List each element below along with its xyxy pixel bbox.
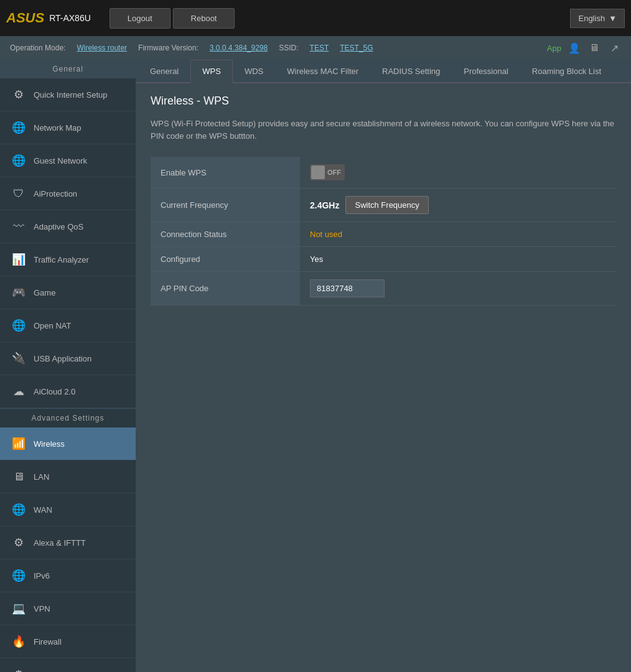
game-icon: 🎮 <box>10 284 27 301</box>
status-left: Operation Mode: Wireless router Firmware… <box>10 44 373 52</box>
page-description: WPS (Wi-Fi Protected Setup) provides eas… <box>151 118 616 142</box>
sidebar-item-adaptive-qos[interactable]: 〰 Adaptive QoS <box>0 210 136 243</box>
ap-pin-code-input[interactable] <box>310 279 385 297</box>
sidebar-item-label: Guest Network <box>34 156 87 166</box>
frequency-value: 2.4GHz <box>310 200 339 210</box>
current-frequency-label: Current Frequency <box>151 189 300 222</box>
advanced-settings-header: Advanced Settings <box>0 408 136 427</box>
connection-status-value: Not used <box>300 222 616 247</box>
status-bar: Operation Mode: Wireless router Firmware… <box>0 36 631 60</box>
ipv6-icon: 🌐 <box>10 567 27 584</box>
sidebar-item-firewall[interactable]: 🔥 Firewall <box>0 625 136 658</box>
tab-general[interactable]: General <box>138 60 190 83</box>
switch-frequency-button[interactable]: Switch Frequency <box>345 196 428 214</box>
sidebar-item-label: LAN <box>34 472 49 482</box>
current-frequency-control: 2.4GHz Switch Frequency <box>300 189 616 222</box>
enable-wps-row: Enable WPS OFF <box>151 157 616 189</box>
sidebar-item-game[interactable]: 🎮 Game <box>0 276 136 309</box>
aicloud-icon: ☁ <box>10 383 27 400</box>
sidebar-item-administration[interactable]: ⚙ Administration <box>0 658 136 672</box>
firmware-value[interactable]: 3.0.0.4.384_9298 <box>210 44 268 52</box>
sidebar-item-label: Adaptive QoS <box>34 222 83 231</box>
aiprotection-icon: 🛡 <box>10 185 27 202</box>
open-nat-icon: 🌐 <box>10 317 27 334</box>
sidebar-item-open-nat[interactable]: 🌐 Open NAT <box>0 309 136 342</box>
sidebar-item-network-map[interactable]: 🌐 Network Map <box>0 111 136 144</box>
sidebar-item-label: Traffic Analyzer <box>34 255 89 264</box>
sidebar-item-guest-network[interactable]: 🌐 Guest Network <box>0 144 136 177</box>
toggle-wrapper: OFF <box>310 164 606 180</box>
language-selector[interactable]: English ▼ <box>570 9 625 28</box>
page-title: Wireless - WPS <box>151 95 616 108</box>
sidebar-item-wireless[interactable]: 📶 Wireless <box>0 427 136 460</box>
tab-bar: General WPS WDS Wireless MAC Filter RADI… <box>136 60 631 83</box>
logout-button[interactable]: Logout <box>110 8 171 29</box>
sidebar-item-aiprotection[interactable]: 🛡 AiProtection <box>0 177 136 210</box>
app-label: App <box>547 44 561 53</box>
sidebar-item-alexa[interactable]: ⚙ Alexa & IFTTT <box>0 526 136 559</box>
sidebar-item-label: AiCloud 2.0 <box>34 387 75 396</box>
lan-icon: 🖥 <box>10 468 27 485</box>
sidebar-item-label: Quick Internet Setup <box>34 90 108 100</box>
vpn-icon: 💻 <box>10 600 27 617</box>
top-bar: ASUS RT-AX86U Logout Reboot English ▼ <box>0 0 631 36</box>
network-map-icon: 🌐 <box>10 119 27 136</box>
top-right: English ▼ <box>570 9 625 28</box>
operation-mode-value[interactable]: Wireless router <box>77 44 127 52</box>
ap-pin-code-control <box>300 272 616 306</box>
ssid-2g[interactable]: TEST <box>310 44 329 52</box>
sidebar-item-lan[interactable]: 🖥 LAN <box>0 460 136 493</box>
sidebar-item-label: IPv6 <box>34 571 50 581</box>
ssid-5g[interactable]: TEST_5G <box>340 44 373 52</box>
sidebar-item-label: WAN <box>34 505 52 515</box>
monitor-icon[interactable]: 🖥 <box>587 41 601 55</box>
logo-area: ASUS RT-AX86U <box>6 10 91 26</box>
sidebar-item-label: AiProtection <box>34 189 77 198</box>
sidebar-item-label: Wireless <box>34 439 65 449</box>
sidebar-item-label: Network Map <box>34 123 82 133</box>
sidebar-item-ipv6[interactable]: 🌐 IPv6 <box>0 559 136 592</box>
sidebar-item-quick-internet-setup[interactable]: ⚙ Quick Internet Setup <box>0 78 136 111</box>
tab-wds[interactable]: WDS <box>233 60 275 83</box>
sidebar-item-vpn[interactable]: 💻 VPN <box>0 592 136 625</box>
language-label: English <box>578 14 605 23</box>
tab-wireless-mac-filter[interactable]: Wireless MAC Filter <box>275 60 370 83</box>
guest-network-icon: 🌐 <box>10 152 27 169</box>
sidebar-item-wan[interactable]: 🌐 WAN <box>0 493 136 526</box>
connection-status-row: Connection Status Not used <box>151 222 616 247</box>
connection-status-text: Not used <box>310 230 342 239</box>
traffic-analyzer-icon: 📊 <box>10 251 27 268</box>
toggle-knob <box>311 166 325 179</box>
sidebar-item-aicloud[interactable]: ☁ AiCloud 2.0 <box>0 375 136 408</box>
sidebar-item-label: Open NAT <box>34 321 71 330</box>
reboot-button[interactable]: Reboot <box>173 8 235 29</box>
tab-radius-setting[interactable]: RADIUS Setting <box>370 60 452 83</box>
configured-text: Yes <box>310 254 323 264</box>
ap-pin-code-row: AP PIN Code <box>151 272 616 306</box>
ap-pin-code-label: AP PIN Code <box>151 272 300 306</box>
firewall-icon: 🔥 <box>10 633 27 650</box>
top-buttons: Logout Reboot <box>110 8 235 29</box>
enable-wps-control: OFF <box>300 157 616 189</box>
sidebar-item-label: Game <box>34 288 55 297</box>
person-icon[interactable]: 👤 <box>568 41 581 55</box>
sidebar-item-traffic-analyzer[interactable]: 📊 Traffic Analyzer <box>0 243 136 276</box>
model-label: RT-AX86U <box>49 13 91 23</box>
sidebar-item-label: Alexa & IFTTT <box>34 538 86 548</box>
sidebar: General ⚙ Quick Internet Setup 🌐 Network… <box>0 60 136 672</box>
sidebar-item-label: VPN <box>34 604 50 614</box>
tab-wps[interactable]: WPS <box>190 60 233 83</box>
brand-logo: ASUS <box>6 10 44 26</box>
administration-icon: ⚙ <box>10 666 27 672</box>
sidebar-item-usb-application[interactable]: 🔌 USB Application <box>0 342 136 375</box>
configured-row: Configured Yes <box>151 247 616 272</box>
usb-application-icon: 🔌 <box>10 350 27 367</box>
enable-wps-label: Enable WPS <box>151 157 300 189</box>
enable-wps-toggle[interactable]: OFF <box>310 164 345 180</box>
content-area: General WPS WDS Wireless MAC Filter RADI… <box>136 60 631 672</box>
tab-professional[interactable]: Professional <box>452 60 520 83</box>
page-content: Wireless - WPS WPS (Wi-Fi Protected Setu… <box>136 83 631 317</box>
general-section-header: General <box>0 60 136 78</box>
tab-roaming-block-list[interactable]: Roaming Block List <box>520 60 613 83</box>
share-icon[interactable]: ↗ <box>607 41 621 55</box>
